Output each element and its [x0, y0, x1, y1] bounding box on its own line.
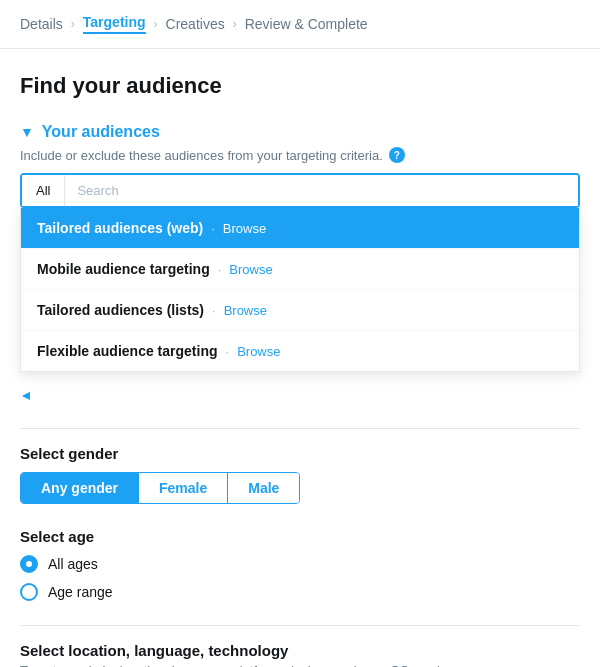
- dropdown-browse-tailored-web[interactable]: Browse: [223, 221, 266, 236]
- dropdown-dot-1: ·: [218, 262, 222, 277]
- age-section: Select age All ages Age range: [20, 528, 580, 601]
- dropdown-item-mobile[interactable]: Mobile audience targeting · Browse: [21, 249, 579, 290]
- age-all-ages-item[interactable]: All ages: [20, 555, 580, 573]
- audiences-dropdown: Tailored audiences (web) · Browse Mobile…: [20, 208, 580, 372]
- dropdown-item-label-tailored-lists: Tailored audiences (lists): [37, 302, 204, 318]
- gender-button-group: Any gender Female Male: [20, 472, 300, 504]
- audiences-section-title: Your audiences: [42, 123, 160, 141]
- dropdown-item-tailored-web[interactable]: Tailored audiences (web) · Browse: [21, 208, 579, 249]
- location-desc: Target people by location, language, pla…: [20, 663, 580, 667]
- age-range-label: Age range: [48, 584, 113, 600]
- age-radio-group: All ages Age range: [20, 555, 580, 601]
- gender-any-button[interactable]: Any gender: [21, 473, 138, 503]
- dropdown-item-flexible[interactable]: Flexible audience targeting · Browse: [21, 331, 579, 371]
- page-title: Find your audience: [20, 73, 580, 99]
- breadcrumb: Details › Targeting › Creatives › Review…: [0, 0, 600, 49]
- dropdown-dot-3: ·: [226, 344, 230, 359]
- dropdown-browse-flexible[interactable]: Browse: [237, 344, 280, 359]
- gender-male-button[interactable]: Male: [227, 473, 299, 503]
- age-range-item[interactable]: Age range: [20, 583, 580, 601]
- age-label: Select age: [20, 528, 580, 545]
- audiences-section-desc: Include or exclude these audiences from …: [20, 147, 580, 163]
- chevron-icon-2: ›: [154, 17, 158, 31]
- breadcrumb-details[interactable]: Details: [20, 16, 63, 32]
- dropdown-item-tailored-lists[interactable]: Tailored audiences (lists) · Browse: [21, 290, 579, 331]
- divider-1: [20, 428, 580, 429]
- chevron-icon-1: ›: [71, 17, 75, 31]
- audiences-section-header: ▼ Your audiences: [20, 123, 580, 141]
- gender-label: Select gender: [20, 445, 580, 462]
- gender-section: Select gender Any gender Female Male: [20, 445, 580, 504]
- radio-age-range[interactable]: [20, 583, 38, 601]
- divider-2: [20, 625, 580, 626]
- help-icon[interactable]: ?: [389, 147, 405, 163]
- collapse-left-icon[interactable]: ▼: [19, 389, 35, 403]
- radio-all-ages[interactable]: [20, 555, 38, 573]
- audiences-section: ▼ Your audiences Include or exclude thes…: [20, 123, 580, 404]
- breadcrumb-creatives[interactable]: Creatives: [166, 16, 225, 32]
- location-section: Select location, language, technology Ta…: [20, 642, 580, 667]
- collapse-down-icon[interactable]: ▼: [20, 124, 34, 140]
- dropdown-browse-tailored-lists[interactable]: Browse: [224, 303, 267, 318]
- dropdown-dot-2: ·: [212, 303, 216, 318]
- location-title: Select location, language, technology: [20, 642, 580, 659]
- dropdown-item-label-mobile: Mobile audience targeting: [37, 261, 210, 277]
- breadcrumb-review[interactable]: Review & Complete: [245, 16, 368, 32]
- audiences-search-input[interactable]: [65, 175, 578, 206]
- dropdown-dot-0: ·: [211, 221, 215, 236]
- dropdown-browse-mobile[interactable]: Browse: [229, 262, 272, 277]
- audiences-search-container: All: [20, 173, 580, 208]
- dropdown-item-label-flexible: Flexible audience targeting: [37, 343, 218, 359]
- dropdown-item-label-tailored-web: Tailored audiences (web): [37, 220, 203, 236]
- gender-female-button[interactable]: Female: [138, 473, 227, 503]
- audiences-all-tab[interactable]: All: [22, 175, 65, 206]
- chevron-icon-3: ›: [233, 17, 237, 31]
- breadcrumb-targeting[interactable]: Targeting: [83, 14, 146, 34]
- age-all-ages-label: All ages: [48, 556, 98, 572]
